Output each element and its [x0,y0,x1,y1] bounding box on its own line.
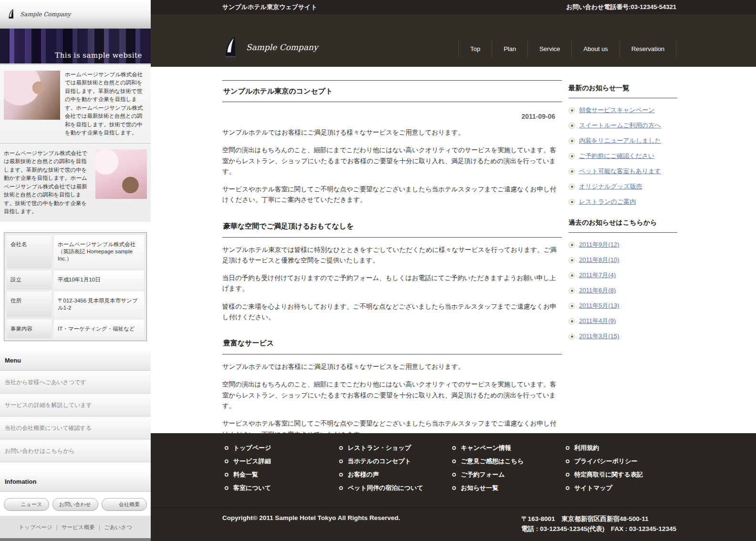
footer-link[interactable]: トップページ [233,444,271,452]
bullet-icon [569,138,575,144]
archive-link[interactable]: 2011年4月(9) [579,317,616,325]
nav-service[interactable]: Service [528,41,571,57]
bullet-icon [569,168,575,175]
sidebar-item-service[interactable]: サービスの詳細を解説しています [0,394,151,416]
list-item: 客室について [225,484,339,492]
footer-link[interactable]: プライバシーポリシー [574,457,637,466]
nav-reservation[interactable]: Reservation [620,41,676,57]
bullet-icon [569,107,575,114]
quick-buttons-row: ニュース お問い合わせ 会社概要 [0,492,151,516]
footnav-link-service[interactable]: サービス概要 [62,524,95,530]
archive-link[interactable]: 2011年9月(12) [579,240,619,249]
news-link[interactable]: 朝食サービスキャンペーン [579,106,654,114]
bullet-icon [569,184,575,190]
nav-plan[interactable]: Plan [492,41,528,57]
sail-logo-icon [8,9,15,20]
footer-link[interactable]: サービス詳細 [233,457,271,466]
bullet-icon [566,486,570,490]
bullet-icon [452,459,456,463]
article-title: サンプルホテル東京のコンセプト [222,80,562,102]
bullet-icon [452,486,456,490]
article-paragraph: サンプルホテルではお客様にご満足頂ける様々なサービスをご用意しております。 [222,362,562,372]
footer-link[interactable]: お客様の声 [348,470,379,479]
archive-link[interactable]: 2011年7月(4) [579,271,616,280]
sidebar-item-greeting[interactable]: 当社から皆様へごあいさつです [0,371,151,394]
archive-link[interactable]: 2011年6月(8) [579,286,616,295]
section-title-services: 豊富なサービス [222,339,562,354]
article-paragraph: 空間の演出はもちろんのこと、細部にまでこだわり他にはない高いクオリティでのサービ… [222,379,562,411]
contact-button[interactable]: お問い合わせ [52,498,98,511]
footer-link[interactable]: ご意見ご感想はこちら [461,457,524,466]
bullet-icon [339,446,343,450]
list-item: プライバシーポリシー [566,457,643,466]
list-item: 朝食サービスキャンペーン [569,106,677,114]
news-link[interactable]: ペット可能な客室もあります [579,167,661,176]
hotel-site-panel: サンプルホテル東京ウェブサイト お問い合わせ電話番号:03-12345-5432… [151,0,756,541]
article-paragraph: 皆様のご来場を心よりお待ちしております。ご不明な点などございましたら当ホテルスタ… [222,302,562,323]
nav-about-us[interactable]: About us [571,41,619,57]
news-list-heading: 最新のお知らせ一覧 [569,84,677,98]
footer-link[interactable]: ご予約フォーム [461,470,505,479]
archive-link[interactable]: 2011年3月(15) [579,332,619,341]
footer-link[interactable]: ペット同伴の宿泊について [348,484,423,492]
footer-column-3: キャンペーン情報 ご意見ご感想はこちら ご予約フォーム お知らせ一覧 [452,444,566,497]
list-item: 2011年4月(9) [569,317,677,325]
list-item: ご予約前にご確認ください [569,152,677,160]
footer-link[interactable]: サイトマップ [574,484,612,492]
list-item: 当ホテルのコンセプト [339,457,452,466]
list-item: ペット同伴の宿泊について [339,484,452,492]
bullet-icon [339,486,343,490]
company-overview-button[interactable]: 会社概要 [102,498,147,511]
nav-top[interactable]: Top [458,41,492,57]
portrait-photo [4,71,60,120]
footer-link[interactable]: 料金一覧 [233,470,258,479]
footer-link[interactable]: 利用規約 [574,444,599,452]
bullet-icon [452,446,456,450]
bullet-icon [452,473,456,477]
news-link[interactable]: ご予約前にご確認ください [579,152,654,160]
article-paragraph: 当日の予約も受け付けておりますのでご予約フォーム、もしくはお電話にてご予約いただ… [222,273,562,294]
footer-link[interactable]: お知らせ一覧 [461,484,498,492]
archive-link[interactable]: 2011年5月(13) [579,302,619,310]
archive-link[interactable]: 2011年8月(10) [579,256,619,264]
list-item: 料金一覧 [225,470,339,479]
city-banner-image: This is sample website [0,29,151,65]
footer-link[interactable]: 当ホテルのコンセプト [348,457,411,466]
footer-link[interactable]: 客室について [233,484,271,492]
table-value: 平成10年1月10日 [54,270,144,289]
news-link[interactable]: レストランのご案内 [579,198,636,206]
article-paragraph: サンプルホテルではお客様にご満足頂ける様々なサービスをご用意しております。 [222,127,562,138]
footnav-link-greeting[interactable]: ごあいさつ [104,524,132,530]
table-label: 設立 [7,270,52,289]
table-value: 〒012-3456 見本県見本市サンプル1-2 [54,291,144,317]
news-link[interactable]: スイートルームご利用の方へ [579,121,661,130]
news-link[interactable]: 内装をリニューアルしました [579,136,661,145]
address-line: 〒163-8001 東京都新宿区西新宿48-500-11 [521,514,676,524]
list-item: 2011年6月(8) [569,286,677,295]
sidebar-item-company[interactable]: 当社の会社概要について確認する [0,416,151,439]
footnav-separator: ｜ [54,524,60,530]
bullet-icon [569,272,575,279]
news-link[interactable]: オリジナルグッズ販売 [579,182,642,191]
intro-block-1: ホームページサンプル株式会社では最新技術と自然との調和を目指します。革新的な技術… [0,65,151,143]
bullet-icon [569,303,575,309]
list-item: サービス詳細 [225,457,339,466]
bullet-icon [569,333,575,340]
company-site-panel: Sample Company This is sample website ホー… [0,0,151,541]
information-heading: Infomation [0,472,151,492]
hotel-copyright: Copyright© 2011 Sample Hotel Tokyo All R… [222,514,400,541]
footer-link[interactable]: 特定商取引に関する表記 [574,470,643,479]
hotel-logo[interactable]: Sample Company [223,35,318,59]
hotel-logo-text: Sample Company [246,42,318,52]
table-value: ホームページサンプル株式会社（英語表記 Homepage sample Inc.… [54,235,144,268]
list-item: ご予約フォーム [452,470,566,479]
bullet-icon [569,123,575,129]
table-row: 設立 平成10年1月10日 [7,270,144,289]
footnav-link-top[interactable]: トップページ [19,524,52,530]
footer-link[interactable]: レストラン・ショップ [348,444,411,452]
table-row: 事業内容 IT・マーケティング・福祉など [7,320,144,338]
sidebar-item-contact[interactable]: お問い合わせはこちらから [0,439,151,462]
footer-link[interactable]: キャンペーン情報 [461,444,511,452]
news-button[interactable]: ニュース [4,498,49,511]
archive-heading: 過去のお知らせはこちらから [569,218,677,233]
